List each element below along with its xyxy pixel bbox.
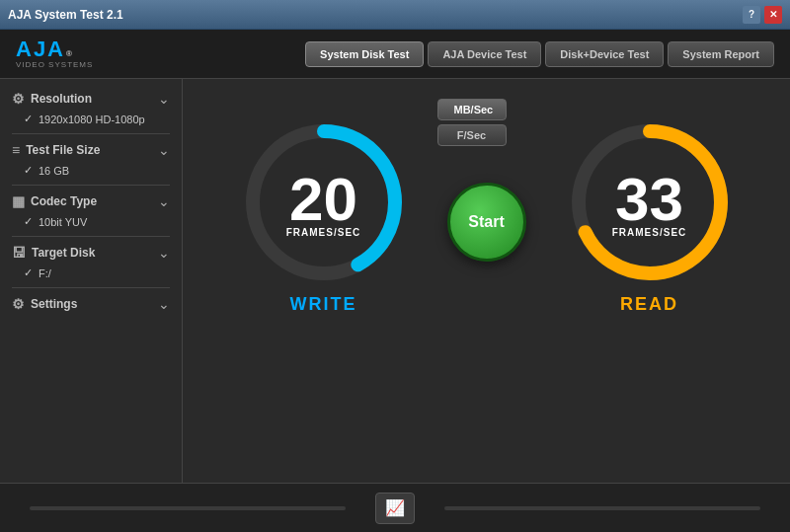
- bottom-bar: 📈: [0, 483, 790, 532]
- gauges-row: 20 FRAMES/SEC WRITE Start: [240, 118, 734, 315]
- settings-label: Settings: [31, 297, 77, 311]
- logo-area: AJA ® VIDEO SYSTEMS: [16, 38, 93, 69]
- read-gauge-title: READ: [620, 294, 678, 315]
- targetdisk-value: ✓ F:/: [0, 265, 182, 283]
- sidebar-item-settings[interactable]: ⚙ Settings ⌄: [0, 292, 182, 316]
- fsec-button[interactable]: F/Sec: [437, 124, 507, 146]
- tab-system-report[interactable]: System Report: [668, 41, 774, 67]
- close-button[interactable]: ✕: [764, 6, 782, 24]
- tab-buttons: System Disk Test AJA Device Test Disk+De…: [305, 41, 774, 67]
- testfilesize-chevron: ⌄: [158, 142, 170, 158]
- sidebar-item-targetdisk[interactable]: 🖫 Target Disk ⌄: [0, 241, 182, 265]
- progress-line: [30, 506, 346, 510]
- codectype-icon: ▦: [12, 193, 25, 209]
- app-container: AJA ® VIDEO SYSTEMS System Disk Test AJA…: [0, 30, 790, 532]
- write-gauge-frames-label: FRAMES/SEC: [286, 227, 361, 238]
- settings-chevron: ⌄: [158, 296, 170, 312]
- tab-disk-device-test[interactable]: Disk+Device Test: [545, 41, 664, 67]
- testfilesize-label: Test File Size: [26, 143, 100, 157]
- resolution-chevron: ⌄: [158, 91, 170, 107]
- codectype-label: Codec Type: [31, 194, 97, 208]
- read-gauge: 33 FRAMES/SEC READ: [566, 118, 734, 315]
- chart-icon-button[interactable]: 📈: [375, 493, 415, 524]
- targetdisk-icon: 🖫: [12, 245, 26, 261]
- targetdisk-chevron: ⌄: [158, 245, 170, 261]
- logo-sub: VIDEO SYSTEMS: [16, 60, 93, 69]
- write-gauge-svg-wrap: 20 FRAMES/SEC: [240, 118, 408, 286]
- start-button-area: Start: [447, 173, 526, 262]
- codectype-chevron: ⌄: [158, 193, 170, 209]
- sidebar-item-testfilesize[interactable]: ≡ Test File Size ⌄: [0, 138, 182, 162]
- unit-toggle: MB/Sec F/Sec: [437, 99, 507, 146]
- help-button[interactable]: ?: [743, 6, 760, 24]
- chart-icon: 📈: [385, 498, 405, 517]
- logo-aja: AJA: [16, 38, 65, 60]
- read-gauge-svg-wrap: 33 FRAMES/SEC: [566, 118, 734, 286]
- title-bar-text: AJA System Test 2.1: [8, 8, 123, 22]
- top-nav: AJA ® VIDEO SYSTEMS System Disk Test AJA…: [0, 30, 790, 79]
- codectype-value: ✓ 10bit YUV: [0, 213, 182, 232]
- write-gauge-title: WRITE: [290, 294, 357, 315]
- tab-system-disk-test[interactable]: System Disk Test: [305, 41, 424, 67]
- start-button[interactable]: Start: [447, 183, 526, 262]
- testfilesize-icon: ≡: [12, 142, 20, 158]
- targetdisk-label: Target Disk: [32, 246, 95, 260]
- settings-icon: ⚙: [12, 296, 25, 312]
- progress-line-right: [444, 506, 760, 510]
- testfilesize-value: ✓ 16 GB: [0, 162, 182, 181]
- sidebar-item-resolution[interactable]: ⚙ Resolution ⌄: [0, 87, 182, 111]
- main-content: ⚙ Resolution ⌄ ✓ 1920x1080 HD-1080p ≡ Te…: [0, 79, 790, 483]
- mbsec-button[interactable]: MB/Sec: [437, 99, 507, 120]
- content-area: MB/Sec F/Sec: [183, 79, 790, 483]
- resolution-icon: ⚙: [12, 91, 25, 107]
- resolution-label: Resolution: [31, 92, 92, 106]
- read-gauge-frames-label: FRAMES/SEC: [612, 227, 687, 238]
- tab-aja-device-test[interactable]: AJA Device Test: [428, 41, 541, 67]
- logo-dot: ®: [66, 49, 72, 58]
- sidebar: ⚙ Resolution ⌄ ✓ 1920x1080 HD-1080p ≡ Te…: [0, 79, 183, 483]
- title-bar: AJA System Test 2.1 ? ✕: [0, 0, 790, 30]
- read-gauge-value: 33: [615, 169, 683, 230]
- write-gauge-value: 20: [289, 169, 357, 230]
- resolution-value: ✓ 1920x1080 HD-1080p: [0, 111, 182, 129]
- sidebar-item-codectype[interactable]: ▦ Codec Type ⌄: [0, 190, 182, 213]
- title-bar-controls: ? ✕: [743, 6, 782, 24]
- write-gauge: 20 FRAMES/SEC WRITE: [240, 118, 408, 315]
